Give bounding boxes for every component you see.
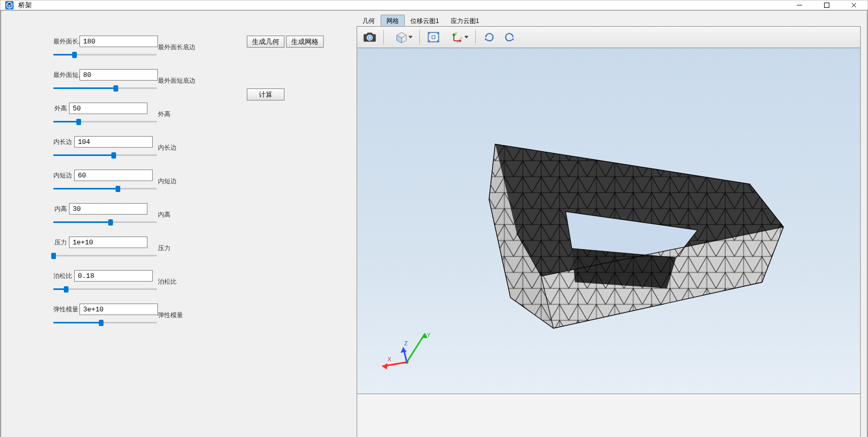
param-label: 内高 xyxy=(53,205,67,214)
param-input[interactable] xyxy=(74,170,153,181)
minimize-button[interactable] xyxy=(786,1,813,10)
svg-rect-1 xyxy=(825,3,829,8)
param-row: 内长边 xyxy=(53,136,158,170)
param-slider[interactable] xyxy=(53,84,157,92)
window-controls xyxy=(786,1,867,10)
echo-label: 弹性模量 xyxy=(158,311,183,320)
echo-row: 最外面长底边 xyxy=(158,40,247,73)
param-slider[interactable] xyxy=(53,184,157,193)
echo-row: 内短边 xyxy=(158,174,247,207)
viewer-toolbar: Z Y X xyxy=(357,26,861,48)
svg-text:X: X xyxy=(456,40,459,43)
view-tabs: 几何网格位移云图1应力云图1 xyxy=(357,14,861,26)
param-row: 最外面短底边 xyxy=(53,69,158,103)
echo-label: 最外面长底边 xyxy=(158,43,196,52)
fit-view-icon[interactable] xyxy=(424,28,443,46)
param-slider[interactable] xyxy=(53,117,157,126)
parameters-panel: 最外面长底边 最外面短底边 外高 内长边 xyxy=(1,10,357,437)
view-tab[interactable]: 位移云图1 xyxy=(405,15,445,26)
generate-geometry-button[interactable]: 生成几何 xyxy=(247,36,284,48)
param-slider[interactable] xyxy=(53,251,157,260)
echo-row: 内长边 xyxy=(158,140,247,174)
echo-row: 弹性模量 xyxy=(158,308,247,341)
echo-row: 最外面短底边 xyxy=(158,73,247,107)
param-label: 内短边 xyxy=(53,171,72,180)
param-input[interactable] xyxy=(74,136,153,148)
echo-label: 泊松比 xyxy=(158,277,177,286)
maximize-button[interactable] xyxy=(813,1,840,10)
param-slider[interactable] xyxy=(53,50,157,59)
svg-point-3 xyxy=(369,37,371,39)
param-slider[interactable] xyxy=(53,318,157,327)
mesh-model xyxy=(357,48,860,394)
param-label: 压力 xyxy=(53,238,67,247)
param-input[interactable] xyxy=(69,203,147,215)
axes-icon[interactable]: Z Y X xyxy=(444,28,471,46)
param-input[interactable] xyxy=(69,237,147,248)
param-label: 最外面长底边 xyxy=(53,37,77,46)
svg-text:Y: Y xyxy=(460,37,462,40)
param-input[interactable] xyxy=(79,69,158,81)
compute-button[interactable]: 计算 xyxy=(247,88,284,100)
rotate-ccw-icon[interactable] xyxy=(500,28,519,46)
titlebar: 桥架 xyxy=(1,1,867,10)
param-row: 压力 xyxy=(53,237,158,270)
echo-row: 内高 xyxy=(158,207,247,241)
param-slider[interactable] xyxy=(53,218,157,226)
param-input[interactable] xyxy=(79,304,158,315)
screenshot-icon[interactable] xyxy=(360,28,379,46)
param-label: 泊松比 xyxy=(53,272,72,281)
window-title: 桥架 xyxy=(18,1,32,10)
echo-label: 内高 xyxy=(158,210,170,219)
param-input[interactable] xyxy=(74,270,153,282)
view-tab[interactable]: 几何 xyxy=(357,15,381,26)
view-cube-icon[interactable] xyxy=(388,28,415,46)
rotate-cw-icon[interactable] xyxy=(480,28,499,46)
param-row: 外高 xyxy=(53,103,158,136)
app-icon xyxy=(5,1,14,10)
echo-row: 外高 xyxy=(158,107,247,140)
svg-text:Z: Z xyxy=(455,32,457,35)
param-input[interactable] xyxy=(79,36,158,47)
param-row: 内高 xyxy=(53,203,158,237)
view-tab[interactable]: 网格 xyxy=(381,15,405,26)
generate-mesh-button[interactable]: 生成网格 xyxy=(286,36,324,48)
echo-label: 压力 xyxy=(158,244,170,253)
echo-label: 内长边 xyxy=(158,143,177,152)
param-row: 最外面长底边 xyxy=(53,36,158,69)
echo-row: 泊松比 xyxy=(158,274,247,308)
param-row: 内短边 xyxy=(53,170,158,203)
param-label: 外高 xyxy=(53,104,67,113)
echo-label: 最外面短底边 xyxy=(158,76,196,85)
3d-viewport[interactable]: Z Y X xyxy=(357,48,861,394)
param-label: 最外面短底边 xyxy=(53,71,77,80)
echo-label: 外高 xyxy=(158,110,170,119)
param-row: 弹性模量 xyxy=(53,304,158,337)
echo-label: 内短边 xyxy=(158,177,177,186)
echo-row: 压力 xyxy=(158,241,247,274)
view-tab[interactable]: 应力云图1 xyxy=(445,15,485,26)
param-slider[interactable] xyxy=(53,151,157,159)
param-row: 泊松比 xyxy=(53,270,158,304)
param-label: 弹性模量 xyxy=(53,305,77,314)
param-input[interactable] xyxy=(69,103,147,114)
viewer-panel: 几何网格位移云图1应力云图1 xyxy=(357,10,867,437)
param-slider[interactable] xyxy=(53,285,157,293)
close-button[interactable] xyxy=(840,1,867,10)
param-label: 内长边 xyxy=(53,138,72,147)
viewer-bottom-area xyxy=(357,394,861,437)
